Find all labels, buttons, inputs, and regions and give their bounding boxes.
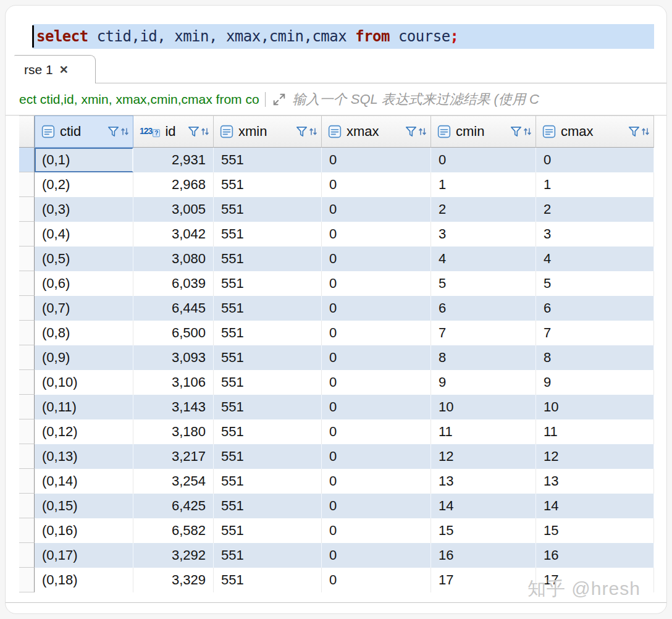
cell-id[interactable]: 6,039 bbox=[133, 271, 214, 296]
cell-xmin[interactable]: 551 bbox=[214, 419, 322, 444]
column-header-cmin[interactable]: cmin bbox=[431, 116, 536, 148]
cell-id[interactable]: 3,292 bbox=[133, 543, 214, 568]
cell-cmin[interactable]: 15 bbox=[431, 518, 536, 543]
cell-cmax[interactable]: 12 bbox=[536, 444, 654, 469]
cell-xmin[interactable]: 551 bbox=[214, 148, 322, 172]
cell-cmin[interactable]: 8 bbox=[431, 345, 536, 370]
cell-cmin[interactable]: 2 bbox=[431, 197, 536, 222]
column-header-icons[interactable] bbox=[628, 125, 650, 138]
cell-cmax[interactable]: 14 bbox=[536, 494, 654, 518]
row-number-cell[interactable] bbox=[19, 321, 35, 345]
column-header-xmin[interactable]: xmin bbox=[214, 116, 322, 148]
cell-ctid[interactable]: (0,17) bbox=[35, 543, 133, 568]
cell-ctid[interactable]: (0,12) bbox=[35, 419, 133, 444]
row-number-cell[interactable] bbox=[19, 568, 35, 592]
cell-cmax[interactable]: 11 bbox=[536, 419, 654, 444]
column-header-icons[interactable] bbox=[510, 125, 532, 138]
row-number-cell[interactable] bbox=[19, 518, 35, 543]
row-number-cell[interactable] bbox=[19, 296, 35, 321]
row-number-cell[interactable] bbox=[19, 543, 35, 568]
cell-cmin[interactable]: 7 bbox=[431, 321, 536, 345]
cell-cmin[interactable]: 0 bbox=[431, 148, 536, 172]
cell-xmax[interactable]: 0 bbox=[322, 271, 431, 296]
tab-course-1[interactable]: rse 1 ✕ bbox=[14, 55, 96, 83]
column-header-ctid[interactable]: ctid bbox=[35, 116, 133, 148]
cell-xmax[interactable]: 0 bbox=[322, 518, 431, 543]
filter-input-placeholder[interactable]: 输入一个 SQL 表达式来过滤结果 (使用 C bbox=[293, 90, 539, 109]
sort-icon[interactable] bbox=[523, 125, 532, 138]
cell-xmin[interactable]: 551 bbox=[214, 469, 322, 494]
expand-filter-panel-icon[interactable] bbox=[271, 91, 287, 107]
cell-xmax[interactable]: 0 bbox=[322, 568, 431, 592]
cell-cmin[interactable]: 13 bbox=[431, 469, 536, 494]
cell-cmin[interactable]: 6 bbox=[431, 296, 536, 321]
cell-xmax[interactable]: 0 bbox=[322, 469, 431, 494]
cell-xmax[interactable]: 0 bbox=[322, 197, 431, 222]
cell-id[interactable]: 6,425 bbox=[133, 494, 214, 518]
cell-cmin[interactable]: 5 bbox=[431, 271, 536, 296]
cell-xmin[interactable]: 551 bbox=[214, 444, 322, 469]
cell-id[interactable]: 6,500 bbox=[133, 321, 214, 345]
filter-funnel-icon[interactable] bbox=[296, 125, 308, 138]
row-number-cell[interactable] bbox=[19, 222, 35, 246]
cell-xmin[interactable]: 551 bbox=[214, 518, 322, 543]
cell-xmin[interactable]: 551 bbox=[214, 543, 322, 568]
grid-corner-cell[interactable] bbox=[19, 116, 35, 148]
cell-cmin[interactable]: 17 bbox=[431, 568, 536, 592]
cell-id[interactable]: 2,968 bbox=[133, 172, 214, 197]
row-number-cell[interactable] bbox=[19, 172, 35, 197]
cell-xmin[interactable]: 551 bbox=[214, 494, 322, 518]
cell-xmin[interactable]: 551 bbox=[214, 395, 322, 419]
row-number-cell[interactable] bbox=[19, 148, 35, 172]
row-number-cell[interactable] bbox=[19, 419, 35, 444]
cell-ctid[interactable]: (0,3) bbox=[35, 197, 133, 222]
column-header-id[interactable]: 123?id bbox=[133, 116, 214, 148]
cell-cmin[interactable]: 10 bbox=[431, 395, 536, 419]
cell-xmax[interactable]: 0 bbox=[322, 419, 431, 444]
cell-id[interactable]: 6,445 bbox=[133, 296, 214, 321]
row-number-cell[interactable] bbox=[19, 395, 35, 419]
cell-cmin[interactable]: 3 bbox=[431, 222, 536, 246]
cell-ctid[interactable]: (0,15) bbox=[35, 494, 133, 518]
cell-cmax[interactable]: 10 bbox=[536, 395, 654, 419]
cell-xmin[interactable]: 551 bbox=[214, 321, 322, 345]
cell-cmax[interactable]: 15 bbox=[536, 518, 654, 543]
cell-xmin[interactable]: 551 bbox=[214, 345, 322, 370]
cell-cmax[interactable]: 4 bbox=[536, 246, 654, 271]
tab-close-icon[interactable]: ✕ bbox=[59, 64, 69, 75]
cell-cmax[interactable]: 8 bbox=[536, 345, 654, 370]
row-number-cell[interactable] bbox=[19, 469, 35, 494]
cell-cmax[interactable]: 3 bbox=[536, 222, 654, 246]
cell-xmax[interactable]: 0 bbox=[322, 494, 431, 518]
cell-ctid[interactable]: (0,10) bbox=[35, 370, 133, 395]
cell-id[interactable]: 3,254 bbox=[133, 469, 214, 494]
column-header-icons[interactable] bbox=[405, 125, 427, 138]
cell-xmin[interactable]: 551 bbox=[214, 246, 322, 271]
filter-funnel-icon[interactable] bbox=[510, 125, 522, 138]
cell-id[interactable]: 3,106 bbox=[133, 370, 214, 395]
cell-ctid[interactable]: (0,16) bbox=[35, 518, 133, 543]
cell-xmin[interactable]: 551 bbox=[214, 296, 322, 321]
cell-xmin[interactable]: 551 bbox=[214, 197, 322, 222]
cell-xmin[interactable]: 551 bbox=[214, 222, 322, 246]
cell-xmax[interactable]: 0 bbox=[322, 172, 431, 197]
cell-id[interactable]: 3,143 bbox=[133, 395, 214, 419]
sort-icon[interactable] bbox=[201, 125, 209, 138]
cell-xmax[interactable]: 0 bbox=[322, 543, 431, 568]
sql-editor-line[interactable]: select ctid,id, xmin, xmax,cmin,cmax fro… bbox=[33, 24, 654, 49]
column-header-icons[interactable] bbox=[107, 125, 129, 138]
cell-cmax[interactable]: 9 bbox=[536, 370, 654, 395]
cell-ctid[interactable]: (0,5) bbox=[35, 246, 133, 271]
filter-funnel-icon[interactable] bbox=[188, 125, 200, 138]
row-number-cell[interactable] bbox=[19, 494, 35, 518]
filter-funnel-icon[interactable] bbox=[628, 125, 640, 138]
cell-ctid[interactable]: (0,1) bbox=[35, 148, 133, 172]
cell-id[interactable]: 3,217 bbox=[133, 444, 214, 469]
cell-xmax[interactable]: 0 bbox=[322, 246, 431, 271]
cell-ctid[interactable]: (0,14) bbox=[35, 469, 133, 494]
cell-id[interactable]: 3,180 bbox=[133, 419, 214, 444]
row-number-cell[interactable] bbox=[19, 444, 35, 469]
row-number-cell[interactable] bbox=[19, 345, 35, 370]
cell-xmin[interactable]: 551 bbox=[214, 271, 322, 296]
cell-ctid[interactable]: (0,8) bbox=[35, 321, 133, 345]
